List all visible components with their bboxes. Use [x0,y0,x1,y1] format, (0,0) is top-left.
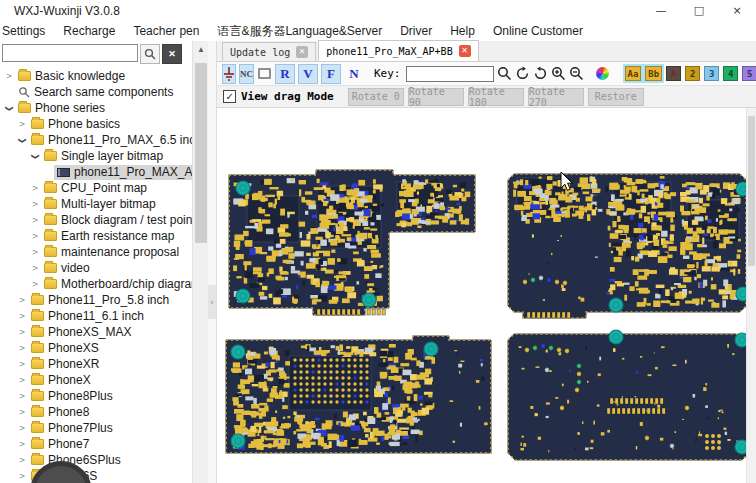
menu-item-teacher-pen[interactable]: Teacher pen [124,24,208,38]
tree-item[interactable]: >Earth resistance map [0,228,192,244]
tree-item[interactable]: ❯Phone11_Pro_MAX_6.5 inch [0,132,192,148]
tab-close-icon[interactable]: ✕ [459,45,471,57]
tree-item[interactable]: >PhoneXS [0,340,192,356]
rotate-270-button[interactable]: Rotate 270 [528,88,584,106]
color-chip-aa[interactable]: Aa [625,66,642,81]
tree-item-body[interactable]: CPU_Point map [41,181,150,196]
layer-button-v[interactable]: V [298,64,318,84]
tree-item-body[interactable]: Phone7Plus [28,421,116,436]
chevron-right-icon[interactable]: > [29,280,41,289]
rotate-cw-button[interactable] [515,64,530,84]
pcb-bitmap[interactable] [217,108,756,483]
chevron-right-icon[interactable]: > [29,232,41,241]
tree-item-body[interactable]: Phone11_6.1 inch [28,309,147,324]
tree-item[interactable]: >Phone11_Pro_5.8 inch [0,292,192,308]
menu-item-settings[interactable]: Settings [0,24,54,38]
tree-item[interactable]: >CPU_Point map [0,180,192,196]
tree-item[interactable]: >Phone7Plus [0,420,192,436]
tree-item[interactable]: >Phone7 [0,436,192,452]
tree-item-body[interactable]: Motherboard/chip diagram [41,277,192,292]
tree-item-body[interactable]: Basic knowledge [15,69,128,84]
tree-item-body[interactable]: phone11_Pro_MAX_AP+BB [54,165,192,180]
restore-button[interactable]: Restore [588,88,644,106]
sidebar-scrollbar[interactable]: ▲ [192,41,208,483]
tree-item-body[interactable]: Multi-layer bitmap [41,197,159,212]
chevron-right-icon[interactable]: > [16,312,28,321]
tree-item[interactable]: >PhoneX [0,372,192,388]
tree-item[interactable]: Search same components [0,84,192,100]
rotate-ccw-button[interactable] [533,64,548,84]
chevron-right-icon[interactable]: > [29,216,41,225]
chevron-right-icon[interactable]: > [16,472,28,481]
tree-item-body[interactable]: PhoneXS [28,341,102,356]
canvas-scroll-thumb[interactable] [748,116,755,266]
menu-item-help[interactable]: Help [441,24,484,38]
chevron-right-icon[interactable]: > [3,72,15,81]
menu-item-driver[interactable]: Driver [391,24,441,38]
tree-item-body[interactable]: PhoneXR [28,357,102,372]
ground-tool-button[interactable] [222,64,236,84]
chevron-right-icon[interactable]: > [16,456,28,465]
sidebar-splitter[interactable]: ‹ [208,41,217,483]
rotate-90-button[interactable]: Rotate 90 [408,88,464,106]
chevron-right-icon[interactable]: > [16,120,28,129]
tree-item[interactable]: ❯Phone series [0,100,192,116]
menu-item-recharge[interactable]: Recharge [54,24,124,38]
canvas-scrollbar[interactable] [746,108,756,483]
chevron-right-icon[interactable]: > [16,392,28,401]
color-chip-5[interactable]: 5 [742,66,756,81]
layer-button-f[interactable]: F [321,64,341,84]
tree-item[interactable]: >Phone basics [0,116,192,132]
chevron-right-icon[interactable]: > [16,440,28,449]
rotate-180-button[interactable]: Rotate 180 [468,88,524,106]
tree-item[interactable]: >Multi-layer bitmap [0,196,192,212]
scroll-up-icon[interactable]: ▲ [193,41,208,57]
color-chip-a[interactable]: A [666,66,681,81]
tree-item-body[interactable]: PhoneX [28,373,94,388]
search-button[interactable] [140,44,160,64]
drag-mode-checkbox[interactable]: ✓ [223,90,236,103]
color-chip-4[interactable]: 4 [723,66,738,81]
chevron-right-icon[interactable]: > [16,328,28,337]
tree-item[interactable]: >Phone6SPlus [0,452,192,468]
tree-item[interactable]: >maintenance proposal [0,244,192,260]
pcb-canvas[interactable] [217,108,756,483]
menu-item--language-server[interactable]: 语言&服务器Language&Server [208,23,391,40]
key-search-input[interactable] [406,66,494,82]
tree-item-body[interactable]: Single layer bitmap [41,149,166,164]
chevron-down-icon[interactable]: ❯ [5,102,14,114]
color-picker-button[interactable] [596,64,609,84]
chevron-right-icon[interactable]: > [16,296,28,305]
tree-item[interactable]: >PhoneXR [0,356,192,372]
tree-item-body[interactable]: Phone11_Pro_5.8 inch [28,293,172,308]
tree-item-body[interactable]: Phone series [15,101,108,116]
layer-button-r[interactable]: R [275,64,295,84]
rect-select-button[interactable] [257,64,272,84]
clear-search-button[interactable]: ✕ [162,44,182,64]
close-button[interactable]: × [718,0,756,21]
tree-item[interactable]: >Phone8 [0,404,192,420]
chevron-right-icon[interactable]: > [29,264,41,273]
collapse-sidebar-button[interactable]: ‹ [208,285,216,319]
chevron-down-icon[interactable]: ❯ [31,150,40,162]
chevron-down-icon[interactable]: ❯ [18,134,27,146]
zoom-in-button[interactable] [551,64,566,84]
tab-update-log[interactable]: Update log✕ [222,42,316,61]
tree-item-body[interactable]: maintenance proposal [41,245,182,260]
minimize-button[interactable]: — [642,0,680,21]
tree-item-body[interactable]: Phone11_Pro_MAX_6.5 inch [28,133,192,148]
nc-tool-button[interactable]: NC [239,64,254,84]
chevron-right-icon[interactable]: > [16,424,28,433]
tree-item[interactable]: >video [0,260,192,276]
layer-button-n[interactable]: N [344,64,364,84]
tab-close-icon[interactable]: ✕ [296,46,308,58]
color-chip-3[interactable]: 3 [704,66,719,81]
tree-item-body[interactable]: Phone8Plus [28,389,116,404]
tree-item[interactable]: ❯Single layer bitmap [0,148,192,164]
tree-item-body[interactable]: Search same components [15,85,176,100]
tree-item-body[interactable]: Earth resistance map [41,229,177,244]
chevron-right-icon[interactable]: > [29,184,41,193]
chevron-right-icon[interactable]: > [16,408,28,417]
tree-item-body[interactable]: Phone7 [28,437,92,452]
tree-item[interactable]: >Phone11_6.1 inch [0,308,192,324]
